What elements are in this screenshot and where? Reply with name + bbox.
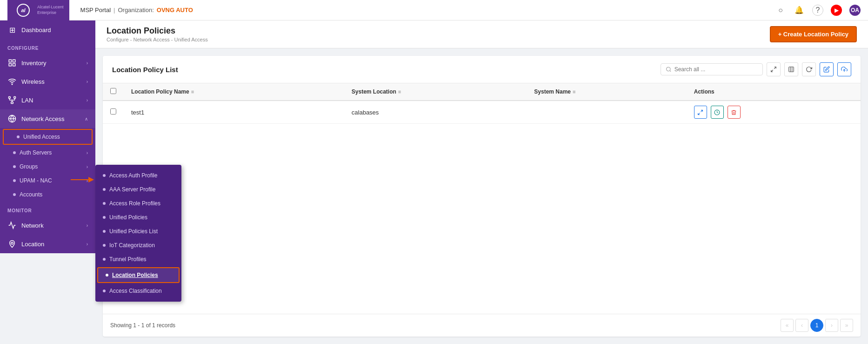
submenu-unified-policies[interactable]: Unified Policies (95, 210, 181, 224)
bell-icon[interactable]: 🔔 (794, 5, 805, 16)
upload-button[interactable] (837, 62, 851, 76)
breadcrumb-sep-2: - (171, 37, 174, 42)
search-input[interactable] (674, 66, 758, 73)
view-action-button[interactable] (694, 106, 707, 119)
submenu-access-auth-profile[interactable]: Access Auth Profile (95, 169, 181, 182)
brand-text: Alcatel·Lucent Enterprise (37, 5, 64, 15)
next-page-button[interactable]: › (825, 319, 838, 332)
columns-button[interactable] (784, 62, 798, 76)
submenu-iot-categorization[interactable]: IoT Categorization (95, 238, 181, 252)
org-separator: | (114, 7, 115, 13)
select-all-col (103, 83, 124, 101)
submenu-label-2: AAA Server Profile (109, 186, 155, 193)
inventory-label: Inventory (21, 60, 82, 67)
location-label: Location (21, 241, 82, 248)
org-name[interactable]: OVNG AUTO (157, 7, 193, 13)
sidebar-item-network-monitor[interactable]: Network › (0, 216, 95, 235)
submenu-tunnel-profiles[interactable]: Tunnel Profiles (95, 252, 181, 266)
refresh-button[interactable] (802, 62, 816, 76)
accounts-dot (13, 193, 16, 196)
svg-rect-2 (9, 64, 11, 66)
submenu-access-classification[interactable]: Access Classification (95, 284, 181, 298)
network-monitor-chevron: › (87, 223, 88, 228)
sidebar-item-inventory[interactable]: Inventory › (0, 54, 95, 72)
col-location-label: System Location (352, 88, 396, 95)
search-topbar-icon[interactable]: ○ (775, 5, 786, 16)
table-header-row: Location Policy Name ≡ System Location ≡ (103, 83, 861, 101)
last-page-button[interactable]: » (840, 319, 853, 332)
auth-servers-label: Auth Servers (20, 149, 52, 156)
youtube-icon[interactable]: ▶ (831, 5, 842, 16)
submenu-aaa-server-profile[interactable]: AAA Server Profile (95, 182, 181, 196)
sidebar-sub-unified-access[interactable]: Unified Access (3, 129, 93, 145)
clock-action-button[interactable] (711, 106, 724, 119)
sidebar-sub-auth-servers[interactable]: Auth Servers › (0, 146, 95, 160)
submenu-dot-9 (103, 290, 106, 292)
delete-action-button[interactable] (728, 106, 741, 119)
col-name-filter-icon[interactable]: ≡ (191, 89, 194, 94)
submenu-label-4: Unified Policies (109, 214, 147, 221)
logo-icon: al (17, 4, 30, 17)
breadcrumb-unified-access[interactable]: Unified Access (174, 37, 208, 42)
card-header: Location Policy List (103, 56, 861, 83)
breadcrumb-sep-1: - (130, 37, 134, 42)
topbar-icons: ○ 🔔 ? ▶ OA (775, 5, 861, 16)
submenu-access-role-profiles[interactable]: Access Role Profiles (95, 196, 181, 210)
row-system-location: calabases (344, 101, 527, 124)
submenu-unified-policies-list[interactable]: Unified Policies List (95, 224, 181, 238)
col-system-name: System Name ≡ (527, 83, 686, 101)
logo: al (13, 2, 33, 19)
brand-section: al Alcatel·Lucent Enterprise (7, 0, 69, 20)
auth-servers-chevron: › (87, 150, 88, 155)
sidebar-item-wireless[interactable]: Wireless › (0, 72, 95, 91)
sidebar-sub-accounts[interactable]: Accounts (0, 188, 95, 202)
select-all-checkbox[interactable] (110, 88, 116, 94)
col-policy-name: Location Policy Name ≡ (124, 83, 344, 101)
row-checkbox[interactable] (110, 108, 116, 115)
page-title-section: Location Policies Configure - Network Ac… (107, 26, 208, 42)
svg-rect-7 (11, 102, 13, 104)
row-actions-cell (687, 101, 861, 124)
main-content: Location Policies Configure - Network Ac… (95, 20, 868, 344)
history-icon (714, 109, 720, 115)
create-location-policy-button[interactable]: + Create Location Policy (770, 26, 857, 42)
submenu-label-3: Access Role Profiles (109, 200, 160, 207)
table-body: test1 calabases (103, 101, 861, 124)
sidebar-sub-groups[interactable]: Groups › (0, 160, 95, 174)
sidebar-item-lan[interactable]: LAN › (0, 91, 95, 109)
edit-button[interactable] (820, 62, 834, 76)
location-icon (7, 239, 17, 249)
network-access-label: Network Access (21, 115, 80, 122)
first-page-button[interactable]: « (781, 319, 794, 332)
inventory-chevron: › (87, 61, 88, 66)
prev-page-button[interactable]: ‹ (795, 319, 808, 332)
monitor-section-label: MONITOR (0, 202, 95, 216)
sidebar-item-location[interactable]: Location › (0, 235, 95, 253)
breadcrumb-configure[interactable]: Configure (107, 37, 129, 42)
refresh-icon (806, 66, 812, 73)
groups-chevron: › (87, 164, 88, 169)
dashboard-label: Dashboard (21, 27, 88, 34)
page-1-button[interactable]: 1 (810, 319, 823, 332)
sidebar-item-network-access[interactable]: Network Access ∧ (0, 109, 95, 128)
search-box[interactable] (661, 63, 763, 75)
col-location-filter-icon[interactable]: ≡ (398, 89, 401, 94)
org-label: Organization: (118, 7, 154, 13)
col-sysname-filter-icon[interactable]: ≡ (573, 89, 575, 94)
msp-portal-label[interactable]: MSP Portal (80, 7, 111, 13)
user-avatar[interactable]: OA (849, 5, 861, 16)
submenu-location-policies[interactable]: Location Policies (97, 267, 180, 283)
svg-rect-1 (13, 60, 15, 62)
network-monitor-icon (7, 221, 17, 230)
network-access-chevron: ∧ (85, 116, 88, 121)
sidebar-item-dashboard[interactable]: ⊞ Dashboard (0, 20, 95, 39)
col-system-location: System Location ≡ (344, 83, 527, 101)
sidebar: ⊞ Dashboard CONFIGURE Inventory › Wirele… (0, 20, 95, 253)
breadcrumb-network-access[interactable]: Network Access (134, 37, 170, 42)
svg-rect-0 (9, 60, 11, 62)
lan-icon (7, 95, 17, 105)
submenu-dot-5 (103, 230, 106, 233)
expand-table-button[interactable] (767, 62, 781, 76)
help-icon[interactable]: ? (812, 5, 823, 16)
location-chevron: › (87, 242, 88, 247)
